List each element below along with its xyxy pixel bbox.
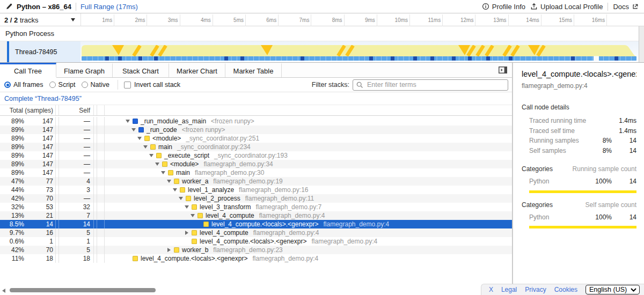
profile-info-button[interactable]: Profile Info: [482, 3, 525, 11]
column-divider: [93, 254, 97, 263]
radio-label: All frames: [13, 81, 43, 88]
function-name: worker_a: [182, 177, 208, 186]
gutter-column: [97, 228, 104, 237]
call-tree-row[interactable]: 9.7%165level_4_computeflamegraph_demo.py…: [0, 228, 512, 237]
category-square-icon: [203, 222, 209, 227]
function-name: _run_code: [147, 126, 177, 134]
row-total-percent: 89%: [0, 117, 26, 126]
detail-value: 14: [612, 147, 636, 154]
frame-filter-all-frames[interactable]: All frames: [4, 81, 43, 88]
gutter-column: [97, 134, 104, 143]
docs-button[interactable]: Docs: [613, 3, 639, 11]
column-self[interactable]: Self: [59, 105, 93, 115]
frame-filter-native[interactable]: Native: [82, 81, 109, 88]
call-tree-row[interactable]: 89%147—main_sync_coordinator.py:234: [0, 143, 512, 151]
full-range-link[interactable]: Full Range (17ms): [80, 3, 138, 11]
call-tree-row[interactable]: 89%147—_run_code<frozen runpy>: [0, 126, 512, 134]
footer-link-x[interactable]: X: [489, 286, 493, 293]
row-total-percent: 32%: [0, 203, 26, 211]
collapse-arrow-icon[interactable]: [126, 120, 130, 123]
call-tree-row[interactable]: 89%147—_run_module_as_main<frozen runpy>: [0, 117, 512, 126]
function-name: level_4_compute.<locals>.<genexpr>: [211, 220, 318, 228]
row-total-percent: 44%: [0, 186, 26, 194]
call-tree-row[interactable]: 13%217level_4_computeflamegraph_demo.py:…: [0, 211, 512, 220]
collapse-arrow-icon[interactable]: [131, 128, 136, 131]
row-total-samples: 147: [26, 117, 55, 126]
footer-link-privacy[interactable]: Privacy: [525, 286, 546, 293]
call-tree-header: Total (samples) Self: [0, 105, 512, 116]
radio-button[interactable]: [82, 82, 88, 88]
column-divider: [55, 160, 59, 168]
edit-profile-name-icon[interactable]: [5, 3, 12, 10]
radio-label: Script: [58, 81, 76, 88]
function-name: main: [176, 168, 190, 177]
tab-flame-graph[interactable]: Flame Graph: [56, 63, 113, 77]
column-total-samples[interactable]: Total (samples): [0, 105, 55, 115]
collapse-arrow-icon[interactable]: [179, 197, 183, 200]
call-tree-row[interactable]: 0.6%11level_4_compute.<locals>.<genexpr>…: [0, 237, 512, 246]
row-total-percent: 13%: [0, 211, 26, 220]
tab-stack-chart[interactable]: Stack Chart: [113, 63, 169, 77]
expand-arrow-icon[interactable]: [167, 248, 171, 252]
category-percent: 100%: [590, 213, 612, 221]
collapse-arrow-icon[interactable]: [155, 163, 159, 166]
horizontal-scrollbar[interactable]: [0, 287, 512, 293]
call-tree-row[interactable]: 89%147—<module>_sync_coordinator.py:251: [0, 134, 512, 143]
call-tree-row[interactable]: 42%705worker_bflamegraph_demo.py:23: [0, 246, 512, 254]
collapse-arrow-icon[interactable]: [173, 188, 177, 191]
file-location: flamegraph_demo.py:16: [239, 186, 308, 194]
collapse-arrow-icon[interactable]: [137, 137, 142, 140]
call-tree-row[interactable]: 32%5332level_3_transformflamegraph_demo.…: [0, 203, 512, 211]
category-label: Python: [522, 178, 590, 185]
collapse-arrow-icon[interactable]: [167, 180, 171, 183]
column-divider: [55, 134, 59, 143]
radio-button[interactable]: [49, 82, 56, 88]
column-divider: [55, 254, 59, 263]
footer-link-legal[interactable]: Legal: [501, 286, 517, 293]
row-self-samples: —: [59, 126, 93, 134]
call-tree-row[interactable]: 8.5%1414level_4_compute.<locals>.<genexp…: [0, 220, 512, 228]
track-python-process[interactable]: Python Process: [0, 26, 639, 41]
call-tree-row[interactable]: 11%1818level_4_compute.<locals>.<genexpr…: [0, 254, 512, 263]
upload-profile-button[interactable]: Upload Local Profile: [530, 3, 603, 11]
collapse-arrow-icon[interactable]: [149, 154, 153, 157]
language-select[interactable]: English (US): [586, 285, 640, 294]
file-location: _sync_coordinator.py:234: [177, 143, 251, 151]
call-node-details-heading: Call node details: [522, 104, 636, 111]
complete-thread-link[interactable]: Complete “Thread-78495”: [4, 95, 82, 102]
collapse-arrow-icon[interactable]: [191, 214, 195, 217]
tab-marker-chart[interactable]: Marker Chart: [169, 63, 225, 77]
call-tree-row[interactable]: 44%733level_1_analyzeflamegraph_demo.py:…: [0, 186, 512, 194]
call-tree-row[interactable]: 89%147—<module>flamegraph_demo.py:34: [0, 160, 512, 168]
column-divider: [93, 117, 97, 126]
tab-call-tree[interactable]: Call Tree: [0, 63, 56, 77]
external-link-icon: [632, 3, 639, 10]
invert-call-stack-option[interactable]: Invert call stack: [124, 81, 180, 88]
collapse-arrow-icon[interactable]: [143, 145, 148, 149]
frame-filter-script[interactable]: Script: [49, 81, 76, 88]
tracks-dropdown-button[interactable]: 2 / 2 tracks: [4, 13, 78, 26]
file-location: flamegraph_demo.py:30: [195, 168, 264, 177]
thread-activity-graph[interactable]: [80, 41, 639, 62]
gutter-column: [97, 220, 104, 228]
detail-percent: 8%: [590, 147, 612, 154]
collapse-arrow-icon[interactable]: [161, 171, 165, 174]
row-self-samples: 1: [59, 237, 93, 246]
call-tree-row[interactable]: 89%147—mainflamegraph_demo.py:30: [0, 168, 512, 177]
filter-stacks-input[interactable]: [353, 79, 508, 91]
collapse-arrow-icon[interactable]: [185, 205, 189, 209]
radio-button[interactable]: [4, 82, 11, 88]
scrollbar-thumb[interactable]: [10, 288, 156, 292]
footer-link-cookies[interactable]: Cookies: [554, 286, 577, 293]
category-square-icon: [168, 170, 173, 175]
tab-marker-table[interactable]: Marker Table: [225, 63, 282, 77]
call-tree-row[interactable]: 47%774worker_aflamegraph_demo.py:19: [0, 177, 512, 186]
invert-call-stack-checkbox[interactable]: [124, 82, 131, 88]
expand-arrow-icon[interactable]: [185, 231, 188, 235]
thread-track-label[interactable]: Thread-78495: [9, 41, 80, 62]
scroll-left-arrow-icon[interactable]: [2, 289, 5, 293]
call-tree-row[interactable]: 42%70—level_2_processflamegraph_demo.py:…: [0, 194, 512, 203]
column-divider: [93, 177, 97, 186]
call-tree-row[interactable]: 89%147—_execute_script_sync_coordinator.…: [0, 151, 512, 160]
open-sidebar-toggle-icon[interactable]: [499, 67, 507, 73]
